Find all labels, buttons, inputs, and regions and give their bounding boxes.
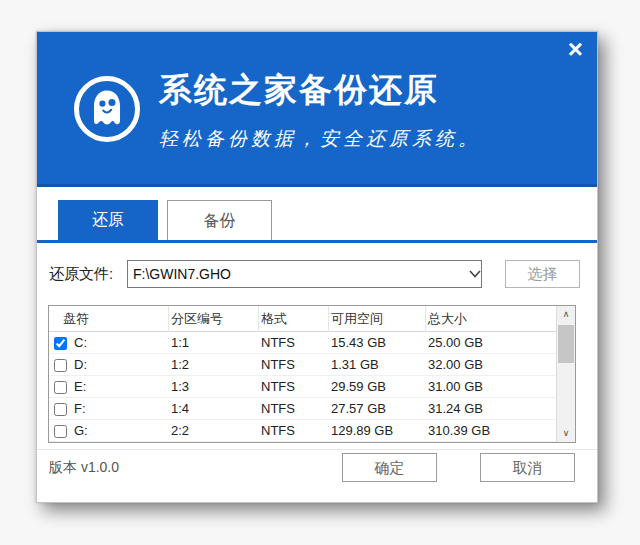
tab-backup[interactable]: 备份 xyxy=(167,200,272,240)
app-header: × 系统之家备份还原 轻松备份数据，安全还原系统。 xyxy=(37,32,597,187)
app-title: 系统之家备份还原 xyxy=(159,68,481,113)
row-checkbox[interactable] xyxy=(54,337,67,350)
table-row[interactable]: E: 1:3 NTFS 29.59 GB 31.00 GB xyxy=(49,376,556,398)
partition-cell: 1:1 xyxy=(169,332,259,354)
column-header-partition: 分区编号 xyxy=(169,306,259,332)
format-cell: NTFS xyxy=(259,332,329,354)
free-space-cell: 129.89 GB xyxy=(329,420,426,442)
table-body: C: 1:1 NTFS 15.43 GB 25.00 GB D: 1:2 NTF… xyxy=(49,332,556,442)
partition-cell: 2:2 xyxy=(169,420,259,442)
format-cell: NTFS xyxy=(259,420,329,442)
close-icon[interactable]: × xyxy=(568,36,583,62)
restore-file-row: 还原文件: F:\GWIN7.GHO 选择 xyxy=(37,260,597,288)
total-size-cell: 310.39 GB xyxy=(426,420,556,442)
version-label: 版本 v1.0.0 xyxy=(49,459,119,477)
drive-label: C: xyxy=(74,332,87,354)
total-size-cell: 25.00 GB xyxy=(426,332,556,354)
free-space-cell: 29.59 GB xyxy=(329,376,426,398)
footer-divider xyxy=(37,449,597,450)
row-checkbox[interactable] xyxy=(54,403,67,416)
app-window: × 系统之家备份还原 轻松备份数据，安全还原系统。 还原 备份 还原文件: F:… xyxy=(36,31,598,503)
total-size-cell: 32.00 GB xyxy=(426,354,556,376)
format-cell: NTFS xyxy=(259,354,329,376)
ghost-icon xyxy=(84,86,130,132)
partition-table-inner: 盘符 分区编号 格式 可用空间 总大小 C: 1:1 NTFS 15.43 GB… xyxy=(49,306,556,442)
row-checkbox[interactable] xyxy=(54,359,67,372)
scroll-up-icon[interactable]: ∧ xyxy=(557,306,575,323)
ghost-logo xyxy=(74,76,140,142)
partition-cell: 1:4 xyxy=(169,398,259,420)
restore-file-label: 还原文件: xyxy=(49,260,113,288)
restore-file-combobox[interactable]: F:\GWIN7.GHO xyxy=(127,260,482,288)
partition-table: 盘符 分区编号 格式 可用空间 总大小 C: 1:1 NTFS 15.43 GB… xyxy=(48,305,576,443)
drive-label: D: xyxy=(74,354,87,376)
table-row[interactable]: D: 1:2 NTFS 1.31 GB 32.00 GB xyxy=(49,354,556,376)
free-space-cell: 15.43 GB xyxy=(329,332,426,354)
ok-button[interactable]: 确定 xyxy=(342,453,437,482)
column-header-format: 格式 xyxy=(259,306,329,332)
table-row[interactable]: F: 1:4 NTFS 27.57 GB 31.24 GB xyxy=(49,398,556,420)
tab-restore[interactable]: 还原 xyxy=(58,200,158,240)
free-space-cell: 1.31 GB xyxy=(329,354,426,376)
column-header-drive: 盘符 xyxy=(49,306,169,332)
scroll-down-icon[interactable]: ∨ xyxy=(557,425,575,442)
total-size-cell: 31.24 GB xyxy=(426,398,556,420)
row-checkbox[interactable] xyxy=(54,381,67,394)
cancel-button[interactable]: 取消 xyxy=(480,453,575,482)
app-subtitle: 轻松备份数据，安全还原系统。 xyxy=(159,126,481,152)
table-row[interactable]: C: 1:1 NTFS 15.43 GB 25.00 GB xyxy=(49,332,556,354)
partition-cell: 1:2 xyxy=(169,354,259,376)
table-header-row: 盘符 分区编号 格式 可用空间 总大小 xyxy=(49,306,556,332)
drive-label: F: xyxy=(74,398,86,420)
column-header-free-space: 可用空间 xyxy=(329,306,426,332)
scrollbar-thumb[interactable] xyxy=(558,325,574,363)
table-row[interactable]: G: 2:2 NTFS 129.89 GB 310.39 GB xyxy=(49,420,556,442)
format-cell: NTFS xyxy=(259,398,329,420)
select-file-button[interactable]: 选择 xyxy=(505,260,580,288)
chevron-down-icon[interactable] xyxy=(469,270,481,278)
drive-label: E: xyxy=(74,376,86,398)
free-space-cell: 27.57 GB xyxy=(329,398,426,420)
tab-bar: 还原 备份 xyxy=(37,200,597,243)
header-titles: 系统之家备份还原 轻松备份数据，安全还原系统。 xyxy=(159,68,481,152)
drive-label: G: xyxy=(74,420,88,442)
column-header-total-size: 总大小 xyxy=(426,306,556,332)
format-cell: NTFS xyxy=(259,376,329,398)
partition-cell: 1:3 xyxy=(169,376,259,398)
table-scrollbar[interactable]: ∧ ∨ xyxy=(556,306,575,442)
row-checkbox[interactable] xyxy=(54,425,67,438)
total-size-cell: 31.00 GB xyxy=(426,376,556,398)
